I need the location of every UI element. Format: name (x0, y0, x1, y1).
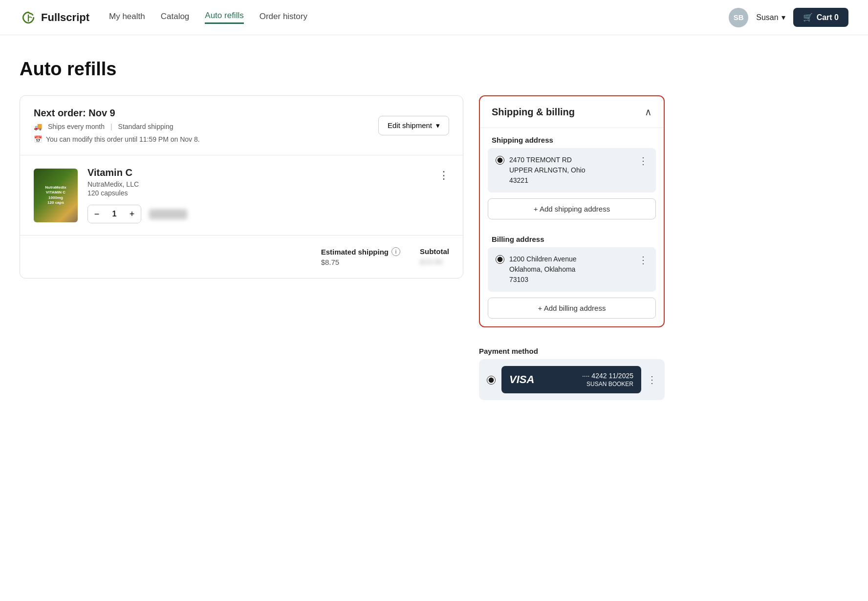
product-brand: NutraMedix, LLC (87, 180, 429, 188)
order-card: Next order: Nov 9 🚚 Ships every month | … (20, 95, 463, 279)
user-name: Susan (756, 13, 778, 22)
product-row: NutraMedixVITAMIN C1000mg120 caps Vitami… (20, 155, 463, 236)
nav-right: SB Susan ▾ 🛒 Cart 0 (729, 8, 848, 27)
collapse-button[interactable]: ∧ (645, 106, 652, 118)
payment-section-label: Payment method (479, 339, 665, 359)
cart-label: Cart 0 (817, 13, 839, 22)
visa-radio[interactable] (487, 376, 496, 385)
product-size: 120 capsules (87, 189, 429, 197)
add-billing-address-button[interactable]: + Add billing address (488, 298, 656, 319)
navbar: Fullscript My health Catalog Auto refill… (0, 0, 868, 35)
order-warning: 📅 You can modify this order until 11:59 … (34, 135, 200, 143)
ships-label: Ships every month (48, 123, 105, 130)
subtotal: Subtotal $19.99 (420, 247, 449, 266)
nav-my-health[interactable]: My health (109, 12, 145, 23)
page-title: Auto refills (20, 59, 665, 80)
quantity-increase-button[interactable]: + (123, 205, 141, 223)
shipping-summary-row: Estimated shipping i $8.75 Subtotal $19.… (20, 236, 463, 278)
cart-icon: 🛒 (803, 13, 813, 22)
product-price: $19.99 (149, 209, 187, 219)
visa-card-item[interactable]: VISA ···· 4242 11/2025 SUSAN BOOKER ⋮ (479, 359, 665, 400)
user-menu-button[interactable]: Susan ▾ (756, 13, 785, 22)
nav-order-history[interactable]: Order history (260, 12, 307, 23)
billing-addr-line1: 1200 Children Avenue (509, 255, 577, 263)
quantity-decrease-button[interactable]: − (88, 205, 106, 223)
visa-brand: VISA (509, 373, 534, 386)
avatar: SB (729, 8, 748, 27)
product-info: Vitamin C NutraMedix, LLC 120 capsules −… (87, 167, 429, 223)
product-menu-button[interactable]: ⋮ (438, 169, 449, 182)
truck-icon: 🚚 (34, 123, 42, 130)
chevron-down-icon: ▾ (436, 121, 440, 130)
nav-catalog[interactable]: Catalog (161, 12, 190, 23)
billing-address-item[interactable]: 1200 Children Avenue Oklahoma, Oklahoma … (488, 247, 656, 292)
order-meta: 🚚 Ships every month | Standard shipping (34, 123, 200, 130)
page-content: Auto refills Next order: Nov 9 🚚 Ships e… (0, 35, 684, 428)
quantity-value: 1 (106, 210, 123, 218)
payment-section: Payment method VISA ···· 4242 11/2025 SU… (479, 339, 665, 400)
subtotal-value: $19.99 (420, 258, 449, 266)
logo: Fullscript (20, 9, 89, 26)
chevron-down-icon: ▾ (781, 13, 785, 22)
shipping-addr-line1: 2470 TREMONT RD (509, 156, 572, 164)
nav-auto-refills[interactable]: Auto refills (205, 11, 243, 24)
visa-cardholder-name: SUSAN BOOKER (582, 381, 633, 387)
billing-title: Shipping & billing (492, 107, 575, 118)
modify-warning: You can modify this order until 11:59 PM… (46, 135, 200, 143)
billing-addr-line3: 73103 (509, 276, 528, 283)
visa-number-text: ···· 4242 (582, 372, 607, 380)
order-header-info: Next order: Nov 9 🚚 Ships every month | … (34, 107, 200, 143)
shipping-label-text: Estimated shipping (321, 248, 389, 256)
right-panel: Shipping & billing ∧ Shipping address 24… (479, 95, 665, 404)
logo-icon (20, 9, 37, 26)
shipping-addr-line3: 43221 (509, 176, 528, 184)
estimated-shipping: Estimated shipping i $8.75 (321, 247, 400, 266)
subtotal-label: Subtotal (420, 247, 449, 256)
info-icon[interactable]: i (391, 247, 400, 256)
billing-address-radio[interactable] (496, 255, 504, 264)
calendar-icon: 📅 (34, 135, 42, 143)
order-next-label: Next order: Nov 9 (34, 107, 200, 119)
logo-name: Fullscript (41, 11, 89, 24)
edit-shipment-label: Edit shipment (388, 121, 432, 129)
visa-card-box: VISA ···· 4242 11/2025 SUSAN BOOKER (501, 366, 641, 393)
edit-shipment-button[interactable]: Edit shipment ▾ (378, 116, 449, 135)
cart-button[interactable]: 🛒 Cart 0 (793, 8, 848, 27)
billing-address-section-label: Billing address (480, 227, 664, 247)
visa-details: ···· 4242 11/2025 SUSAN BOOKER (582, 372, 633, 387)
shipping-billing-card: Shipping & billing ∧ Shipping address 24… (479, 95, 665, 327)
shipping-address-section-label: Shipping address (480, 128, 664, 148)
billing-addr-line2: Oklahoma, Oklahoma (509, 265, 575, 273)
shipping-type: Standard shipping (118, 123, 174, 130)
shipping-addr-line2: UPPER ARLNGTN, Ohio (509, 166, 586, 174)
shipping-address-text: 2470 TREMONT RD UPPER ARLNGTN, Ohio 4322… (509, 155, 633, 186)
quantity-stepper[interactable]: − 1 + (87, 205, 141, 223)
payment-menu-button[interactable]: ⋮ (647, 374, 657, 386)
shipping-address-menu-button[interactable]: ⋮ (638, 155, 648, 167)
billing-address-text: 1200 Children Avenue Oklahoma, Oklahoma … (509, 254, 633, 285)
product-name: Vitamin C (87, 167, 429, 178)
shipping-address-radio[interactable] (496, 156, 504, 165)
billing-address-menu-button[interactable]: ⋮ (638, 254, 648, 266)
estimated-shipping-label: Estimated shipping i (321, 247, 400, 256)
order-header: Next order: Nov 9 🚚 Ships every month | … (20, 96, 463, 155)
product-controls: − 1 + $19.99 (87, 205, 429, 223)
visa-number: ···· 4242 11/2025 (582, 372, 633, 380)
product-image: NutraMedixVITAMIN C1000mg120 caps (34, 169, 78, 222)
pipe-divider: | (110, 123, 112, 130)
main-layout: Next order: Nov 9 🚚 Ships every month | … (20, 95, 665, 404)
add-shipping-address-button[interactable]: + Add shipping address (488, 198, 656, 219)
shipping-cost: $8.75 (321, 258, 400, 266)
shipping-info: Estimated shipping i $8.75 Subtotal $19.… (321, 247, 449, 266)
nav-links: My health Catalog Auto refills Order his… (109, 11, 729, 24)
shipping-address-item[interactable]: 2470 TREMONT RD UPPER ARLNGTN, Ohio 4322… (488, 148, 656, 193)
billing-card-header: Shipping & billing ∧ (480, 96, 664, 128)
visa-expiry: 11/2025 (608, 372, 633, 380)
